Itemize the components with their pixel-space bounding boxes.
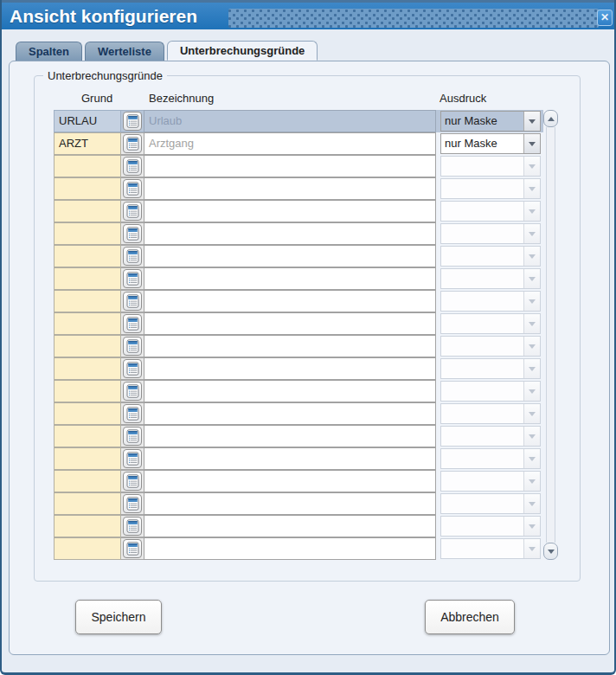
notepad-lookup-button[interactable] [123, 449, 142, 468]
bezeichnung-field[interactable] [144, 155, 436, 177]
ausdruck-select[interactable]: nur Maske [440, 133, 541, 154]
grund-cell[interactable] [54, 447, 121, 470]
grund-cell[interactable] [54, 537, 121, 560]
notepad-lookup-button[interactable] [123, 382, 142, 401]
notepad-lookup-button[interactable] [123, 337, 142, 356]
cancel-button[interactable]: Abbrechen [425, 600, 515, 634]
close-button[interactable]: ✕ [597, 10, 613, 26]
notepad-lookup-button[interactable] [123, 292, 142, 311]
notepad-lookup-button[interactable] [123, 359, 142, 378]
bezeichnung-field[interactable] [144, 312, 436, 335]
notepad-icon [126, 452, 139, 466]
notepad-lookup-button[interactable] [123, 314, 142, 333]
scroll-up-icon[interactable] [543, 110, 558, 127]
bezeichnung-field[interactable] [144, 290, 436, 312]
ausdruck-select[interactable]: nur Maske [440, 111, 541, 132]
grund-cell[interactable] [54, 155, 121, 177]
grund-cell[interactable] [54, 290, 121, 312]
grund-cell[interactable] [54, 177, 121, 200]
notepad-lookup-button[interactable] [123, 112, 142, 131]
bezeichnung-field[interactable] [144, 492, 436, 515]
ausdruck-select [440, 381, 541, 402]
ausdruck-cell [436, 177, 543, 200]
notepad-lookup-button[interactable] [123, 427, 142, 446]
bezeichnung-field[interactable] [144, 402, 436, 425]
icon-cell [121, 357, 144, 380]
grund-cell[interactable] [54, 245, 121, 267]
grund-cell[interactable] [54, 425, 121, 447]
ausdruck-cell [436, 200, 543, 222]
bezeichnung-field[interactable] [144, 470, 436, 492]
save-button[interactable]: Speichern [75, 600, 162, 634]
grund-cell[interactable] [54, 357, 121, 380]
chevron-down-icon [523, 449, 540, 468]
ausdruck-cell [436, 425, 543, 447]
ausdruck-select [440, 313, 541, 334]
bezeichnung-field[interactable] [144, 425, 436, 447]
chevron-down-icon[interactable] [523, 134, 540, 153]
ausdruck-select [440, 201, 541, 222]
bezeichnung-field[interactable] [144, 515, 436, 537]
ausdruck-select-value [441, 314, 523, 333]
vertical-scrollbar[interactable] [543, 110, 558, 560]
notepad-lookup-button[interactable] [123, 269, 142, 288]
notepad-lookup-button[interactable] [123, 517, 142, 536]
scrollbar-track[interactable] [546, 127, 555, 543]
ausdruck-select [440, 291, 541, 312]
table-row [54, 492, 543, 515]
grund-cell[interactable] [54, 312, 121, 335]
notepad-icon [126, 407, 139, 421]
tab-unterbrechungsgruende[interactable]: Unterbrechungsgründe [167, 41, 318, 61]
grund-cell[interactable] [54, 515, 121, 537]
bezeichnung-field[interactable] [144, 447, 436, 470]
notepad-lookup-button[interactable] [123, 247, 142, 266]
bezeichnung-field[interactable] [144, 177, 436, 200]
notepad-lookup-button[interactable] [123, 202, 142, 221]
ausdruck-select-value [441, 359, 523, 378]
tab-werteliste[interactable]: Werteliste [85, 42, 164, 61]
notepad-lookup-button[interactable] [123, 494, 142, 513]
ausdruck-select [440, 246, 541, 267]
grund-cell[interactable] [54, 470, 121, 492]
grund-cell[interactable] [54, 380, 121, 402]
grund-cell[interactable] [54, 222, 121, 245]
bezeichnung-field[interactable] [144, 380, 436, 402]
ausdruck-select-value [441, 292, 523, 311]
grund-cell[interactable] [54, 200, 121, 222]
grund-cell[interactable]: URLAU [54, 110, 121, 132]
notepad-lookup-button[interactable] [123, 134, 142, 153]
bezeichnung-field[interactable] [144, 537, 436, 560]
bezeichnung-field[interactable] [144, 357, 436, 380]
titlebar[interactable]: Ansicht konfigurieren ✕ [2, 0, 614, 29]
chevron-down-icon [523, 337, 540, 356]
bezeichnung-field[interactable] [144, 200, 436, 222]
grund-cell[interactable] [54, 267, 121, 290]
scroll-down-icon[interactable] [543, 543, 558, 560]
notepad-lookup-button[interactable] [123, 539, 142, 558]
bezeichnung-field[interactable]: Arztgang [144, 132, 436, 155]
grund-cell[interactable]: ARZT [54, 132, 121, 155]
bezeichnung-field[interactable] [144, 267, 436, 290]
notepad-lookup-button[interactable] [123, 179, 142, 198]
icon-cell [121, 402, 144, 425]
chevron-down-icon[interactable] [523, 112, 540, 131]
icon-cell [121, 245, 144, 267]
table-row [54, 470, 543, 492]
tab-spalten[interactable]: Spalten [16, 42, 82, 61]
bezeichnung-field[interactable]: Urlaub [144, 110, 436, 132]
grund-cell[interactable] [54, 335, 121, 357]
bezeichnung-field[interactable] [144, 335, 436, 357]
grund-cell[interactable] [54, 402, 121, 425]
chevron-down-icon [523, 382, 540, 401]
bezeichnung-field[interactable] [144, 222, 436, 245]
notepad-lookup-button[interactable] [123, 404, 142, 423]
table-row [54, 177, 543, 200]
grund-cell[interactable] [54, 492, 121, 515]
ausdruck-select [440, 493, 541, 514]
icon-cell [121, 177, 144, 200]
notepad-lookup-button[interactable] [123, 472, 142, 491]
notepad-lookup-button[interactable] [123, 224, 142, 243]
bezeichnung-field[interactable] [144, 245, 436, 267]
notepad-lookup-button[interactable] [123, 157, 142, 176]
table-row [54, 447, 543, 470]
